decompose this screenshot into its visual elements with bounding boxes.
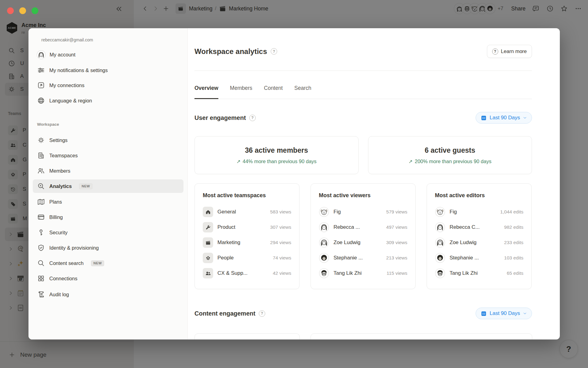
help-circle-icon[interactable]: ? — [271, 48, 277, 55]
tab-content[interactable]: Content — [264, 84, 283, 99]
nav-label: Plans — [49, 199, 62, 205]
grid-icon — [37, 274, 45, 282]
workspace-section-header: Workspace — [37, 122, 59, 127]
person-avatar — [435, 223, 445, 232]
settings-nav-analytics-active[interactable]: Analytics NEW — [33, 179, 183, 193]
settings-nav-billing[interactable]: Billing — [33, 210, 183, 224]
building-icon — [37, 151, 45, 159]
settings-nav-connections-ws[interactable]: Connections — [33, 272, 183, 285]
list-item[interactable]: General 583 views — [203, 204, 291, 220]
tab-overview[interactable]: Overview — [194, 84, 218, 99]
list-item[interactable]: Marketing 294 views — [203, 235, 291, 250]
list-item[interactable]: Zoe Ludwig 233 edits — [435, 235, 523, 250]
nav-label: My connections — [49, 82, 85, 88]
settings-nav-settings[interactable]: Settings — [33, 133, 183, 147]
analytics-magnifier-icon — [37, 182, 45, 190]
dog-avatar — [435, 207, 445, 217]
settings-nav-audit-log[interactable]: Audit log — [33, 288, 183, 301]
new-badge: NEW — [79, 183, 92, 189]
list-item[interactable]: People 74 views — [203, 250, 291, 266]
arrow-up-right-square-icon — [37, 81, 45, 89]
settings-nav-my-account[interactable]: My account — [33, 48, 183, 61]
minimize-window-button[interactable] — [19, 7, 26, 14]
person-avatar — [435, 238, 445, 247]
tab-members[interactable]: Members — [230, 84, 252, 99]
list-item[interactable]: Zoe Ludwig 309 views — [319, 235, 407, 250]
nav-label: Analytics — [49, 183, 72, 189]
list-item[interactable]: Rebecca ... 497 views — [319, 220, 407, 235]
active-members-delta: ↗ 44% more than previous 90 days — [236, 159, 317, 164]
settings-nav-connections[interactable]: My connections — [33, 79, 183, 92]
settings-content: Workspace analytics ? ? Learn more Overv… — [194, 28, 532, 339]
active-guests-delta: ↗ 200% more than previous 90 days — [409, 159, 492, 164]
help-circle-icon[interactable]: ? — [259, 310, 265, 317]
nav-label: Teamspaces — [49, 153, 78, 159]
person-avatar — [319, 223, 329, 232]
active-members-value: 36 active members — [245, 146, 308, 155]
person-avatar — [319, 269, 329, 278]
chevron-down-icon — [523, 311, 527, 316]
card-title: Most active editors — [435, 192, 523, 199]
list-item[interactable]: Tang Lik Zhi 115 views — [319, 266, 407, 281]
zoom-window-button[interactable] — [32, 7, 38, 14]
nav-label: My account — [50, 52, 75, 58]
tab-search[interactable]: Search — [294, 84, 311, 99]
wrench-icon — [203, 222, 213, 232]
content-engagement-title: Content engagement ? — [194, 310, 265, 317]
page-title: Workspace analytics ? — [194, 47, 277, 56]
nav-label: Language & region — [49, 98, 92, 104]
user-avatar — [37, 51, 45, 59]
partial-card — [311, 333, 532, 339]
date-range-dropdown[interactable]: Last 90 Days — [476, 308, 532, 319]
flower-icon — [203, 253, 213, 263]
settings-nav-security[interactable]: Security — [33, 226, 183, 239]
settings-nav-language[interactable]: Language & region — [33, 94, 183, 107]
list-item[interactable]: Stephanie ... 213 views — [319, 250, 407, 266]
header-divider — [194, 71, 532, 71]
list-item[interactable]: Fig 1,044 edits — [435, 204, 523, 220]
nav-label: Security — [49, 230, 68, 236]
home-icon — [203, 207, 213, 217]
settings-nav-notifications[interactable]: My notifications & settings — [33, 63, 183, 77]
map-icon — [37, 198, 45, 206]
window-traffic-lights — [7, 7, 38, 14]
most-active-editors-card: Most active editors Fig 1,044 edits Rebe… — [427, 183, 532, 289]
settings-nav-teamspaces[interactable]: Teamspaces — [33, 149, 183, 162]
active-guests-card: 6 active guests ↗ 200% more than previou… — [368, 136, 532, 174]
chevron-down-icon — [523, 116, 527, 120]
nav-label: Settings — [49, 137, 68, 143]
settings-nav-members[interactable]: Members — [33, 164, 183, 178]
person-avatar — [319, 238, 329, 247]
settings-modal: rebeccamcakir@gmail.com My account My no… — [28, 28, 560, 339]
settings-nav-content-search[interactable]: Content search NEW — [33, 256, 183, 270]
learn-more-button[interactable]: ? Learn more — [487, 45, 532, 58]
list-item[interactable]: Product 307 views — [203, 220, 291, 235]
calendar-icon — [481, 310, 487, 317]
account-email: rebeccamcakir@gmail.com — [41, 37, 93, 42]
person-avatar — [435, 253, 445, 263]
nav-label: Audit log — [49, 292, 69, 297]
list-item[interactable]: Stephanie ... 103 edits — [435, 250, 523, 266]
clapperboard-icon — [203, 237, 213, 248]
new-badge: NEW — [91, 260, 104, 266]
list-item[interactable]: Rebecca C... 982 edits — [435, 220, 523, 235]
card-title: Most active teamspaces — [203, 192, 291, 199]
nav-label: Billing — [49, 214, 63, 220]
help-circle-icon[interactable]: ? — [249, 115, 256, 121]
trend-up-icon: ↗ — [236, 159, 240, 164]
close-window-button[interactable] — [7, 7, 14, 14]
nav-label: My notifications & settings — [49, 67, 108, 73]
list-item[interactable]: CX & Supp... 42 views — [203, 266, 291, 281]
settings-nav-identity[interactable]: Identity & provisioning — [33, 241, 183, 255]
help-circle-icon: ? — [492, 48, 498, 55]
dog-avatar — [319, 207, 329, 217]
scroll-icon — [37, 290, 45, 298]
list-item[interactable]: Fig 579 views — [319, 204, 407, 220]
active-guests-value: 6 active guests — [425, 146, 475, 155]
people-icon — [37, 167, 45, 175]
person-avatar — [319, 253, 329, 263]
settings-nav-plans[interactable]: Plans — [33, 195, 183, 209]
list-item[interactable]: Tang Lik Zhi 65 edits — [435, 266, 523, 281]
date-range-dropdown[interactable]: Last 90 Days — [476, 112, 532, 124]
person-avatar — [435, 269, 445, 278]
